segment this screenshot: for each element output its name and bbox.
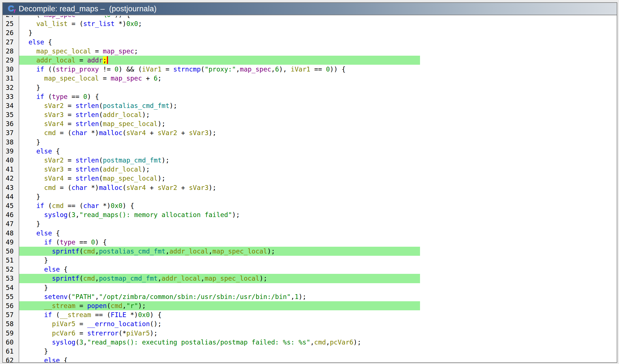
code-text: pcVar6 = strerror(*piVar5); xyxy=(19,329,617,338)
code-text: if (type == 0) { xyxy=(19,238,617,247)
line-number: 29 xyxy=(3,56,19,65)
code-line-39[interactable]: 39 else { xyxy=(3,147,617,156)
code-line-41[interactable]: 41 sVar3 = strlen(addr_local); xyxy=(3,165,617,174)
code-line-62[interactable]: 62 else { xyxy=(3,356,617,362)
code-line-59[interactable]: 59 pcVar6 = strerror(*piVar5); xyxy=(3,329,617,338)
code-line-58[interactable]: 58 piVar5 = __errno_location(); xyxy=(3,319,617,328)
code-line-27[interactable]: 27 else { xyxy=(3,38,617,47)
line-number: 30 xyxy=(3,65,19,74)
line-number: 45 xyxy=(3,201,19,210)
code-line-31[interactable]: 31 map_spec_local = map_spec + 6; xyxy=(3,74,617,83)
decompiler-icon-f: f xyxy=(14,9,15,14)
code-line-51[interactable]: 51 } xyxy=(3,256,617,265)
decompile-window-titlebar[interactable]: C f Decompile: read_maps – (postjournala… xyxy=(3,3,617,15)
line-number: 36 xyxy=(3,119,19,128)
line-number: 57 xyxy=(3,310,19,319)
code-text: sVar2 = strlen(postalias_cmd_fmt); xyxy=(19,101,617,110)
code-text: } xyxy=(19,347,617,356)
decompiler-icon: C f xyxy=(6,4,16,14)
code-text: sVar4 = strlen(map_spec_local); xyxy=(19,174,617,183)
code-text: sVar3 = strlen(addr_local); xyxy=(19,165,617,174)
code-line-42[interactable]: 42 sVar4 = strlen(map_spec_local); xyxy=(3,174,617,183)
line-number: 49 xyxy=(3,238,19,247)
line-number: 54 xyxy=(3,283,19,292)
decompile-window: C f Decompile: read_maps – (postjournala… xyxy=(2,2,617,363)
line-number: 43 xyxy=(3,183,19,192)
line-number: 48 xyxy=(3,229,19,238)
line-number: 31 xyxy=(3,74,19,83)
line-number: 44 xyxy=(3,192,19,201)
code-line-52[interactable]: 52 else { xyxy=(3,265,617,274)
code-line-28[interactable]: 28 map_spec_local = map_spec; xyxy=(3,47,617,56)
line-number: 24 xyxy=(3,16,19,19)
line-number: 41 xyxy=(3,165,19,174)
code-line-32[interactable]: 32 } xyxy=(3,83,617,92)
code-line-40[interactable]: 40 sVar2 = strlen(postmap_cmd_fmt); xyxy=(3,156,617,165)
code-text: map_spec_local = map_spec; xyxy=(19,47,617,56)
line-number: 59 xyxy=(3,329,19,338)
line-number: 38 xyxy=(3,138,19,147)
code-line-54[interactable]: 54 } xyxy=(3,283,617,292)
code-text: if (type == 0) { xyxy=(19,92,617,101)
code-text: map_spec_local = map_spec + 6; xyxy=(19,74,617,83)
code-rows: 24 (*map_spec == '\0')) {25 val_list = (… xyxy=(3,16,617,362)
code-line-29[interactable]: 29 addr_local = addr; xyxy=(3,56,617,65)
code-line-26[interactable]: 26 } xyxy=(3,28,617,37)
code-line-43[interactable]: 43 cmd = (char *)malloc(sVar4 + sVar2 + … xyxy=(3,183,617,192)
code-line-30[interactable]: 30 if ((strip_proxy != 0) && (iVar1 = st… xyxy=(3,65,617,74)
code-text: val_list = (str_list *)0x0; xyxy=(19,19,617,28)
decompiler-icon-c: C xyxy=(8,4,14,13)
code-line-47[interactable]: 47 } xyxy=(3,219,617,228)
line-number: 42 xyxy=(3,174,19,183)
code-text: setenv("PATH","/opt/zimbra/common/sbin:/… xyxy=(19,292,617,301)
text-cursor xyxy=(107,56,108,64)
line-number: 32 xyxy=(3,83,19,92)
code-text: cmd = (char *)malloc(sVar4 + sVar2 + sVa… xyxy=(19,128,617,137)
code-text: sprintf(cmd,postmap_cmd_fmt,addr_local,m… xyxy=(19,274,617,283)
code-line-37[interactable]: 37 cmd = (char *)malloc(sVar4 + sVar2 + … xyxy=(3,128,617,137)
code-line-57[interactable]: 57 if (__stream == (FILE *)0x0) { xyxy=(3,310,617,319)
code-line-36[interactable]: 36 sVar4 = strlen(map_spec_local); xyxy=(3,119,617,128)
code-text: (*map_spec == '\0')) { xyxy=(19,16,617,19)
window-title: Decompile: read_maps – (postjournala) xyxy=(19,5,157,13)
code-line-50[interactable]: 50 sprintf(cmd,postalias_cmd_fmt,addr_lo… xyxy=(3,247,617,256)
line-number: 46 xyxy=(3,210,19,219)
code-text: __stream = popen(cmd,"r"); xyxy=(19,301,617,310)
line-number: 60 xyxy=(3,338,19,347)
code-text: else { xyxy=(19,229,617,238)
code-line-44[interactable]: 44 } xyxy=(3,192,617,201)
code-text: piVar5 = __errno_location(); xyxy=(19,319,617,328)
code-text: sVar3 = strlen(addr_local); xyxy=(19,110,617,119)
code-text: syslog(3,"read_maps(): executing postali… xyxy=(19,338,617,347)
code-text: else { xyxy=(19,38,617,47)
code-line-61[interactable]: 61 } xyxy=(3,347,617,356)
code-line-45[interactable]: 45 if (cmd == (char *)0x0) { xyxy=(3,201,617,210)
code-line-33[interactable]: 33 if (type == 0) { xyxy=(3,92,617,101)
code-line-25[interactable]: 25 val_list = (str_list *)0x0; xyxy=(3,19,617,28)
code-line-35[interactable]: 35 sVar3 = strlen(addr_local); xyxy=(3,110,617,119)
code-line-46[interactable]: 46 syslog(3,"read_maps(): memory allocat… xyxy=(3,210,617,219)
line-number: 56 xyxy=(3,301,19,310)
code-line-34[interactable]: 34 sVar2 = strlen(postalias_cmd_fmt); xyxy=(3,101,617,110)
line-number: 39 xyxy=(3,147,19,156)
code-line-56[interactable]: 56 __stream = popen(cmd,"r"); xyxy=(3,301,617,310)
line-number: 25 xyxy=(3,19,19,28)
code-line-49[interactable]: 49 if (type == 0) { xyxy=(3,238,617,247)
code-text: } xyxy=(19,83,617,92)
line-number: 34 xyxy=(3,101,19,110)
line-number: 33 xyxy=(3,92,19,101)
code-text: sprintf(cmd,postalias_cmd_fmt,addr_local… xyxy=(19,247,617,256)
code-text: sVar2 = strlen(postmap_cmd_fmt); xyxy=(19,156,617,165)
decompile-code-panel[interactable]: 24 (*map_spec == '\0')) {25 val_list = (… xyxy=(3,16,617,362)
code-text: cmd = (char *)malloc(sVar4 + sVar2 + sVa… xyxy=(19,183,617,192)
line-number: 58 xyxy=(3,319,19,328)
line-number: 35 xyxy=(3,110,19,119)
code-text: else { xyxy=(19,265,617,274)
code-line-48[interactable]: 48 else { xyxy=(3,229,617,238)
code-line-53[interactable]: 53 sprintf(cmd,postmap_cmd_fmt,addr_loca… xyxy=(3,274,617,283)
code-line-55[interactable]: 55 setenv("PATH","/opt/zimbra/common/sbi… xyxy=(3,292,617,301)
code-line-38[interactable]: 38 } xyxy=(3,138,617,147)
line-number: 28 xyxy=(3,47,19,56)
code-line-60[interactable]: 60 syslog(3,"read_maps(): executing post… xyxy=(3,338,617,347)
code-line-24[interactable]: 24 (*map_spec == '\0')) { xyxy=(3,16,617,19)
